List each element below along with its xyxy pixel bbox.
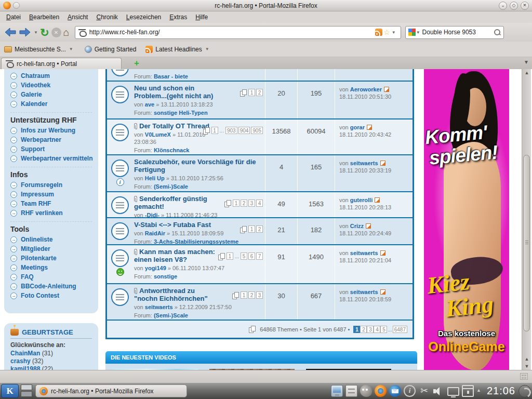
stop-button[interactable]: ✕ [51,28,61,37]
sidebar-link-galerie[interactable]: →Galerie [4,90,98,99]
topic-title-link[interactable]: Der Totally OT Thread [139,122,209,130]
sidebar-link-videothek[interactable]: →Videothek [4,81,98,90]
menu-hilfe[interactable]: Hilfe [191,12,212,22]
lastpost-author-link[interactable]: seitwaerts [350,289,378,295]
google-search-engine-icon[interactable] [408,29,416,36]
scroll-down-arrow[interactable]: ▼ [522,363,531,370]
birthday-user-link[interactable]: kamil1988 [10,365,40,370]
taskbar-window-button[interactable]: rc-heli-fan.org • Portal-Mozilla Firefox [35,384,187,397]
scroll-up-arrow[interactable]: ▲ [522,69,531,76]
sidebar-link-faq[interactable]: →FAQ [4,272,98,282]
page-chip[interactable]: 5 [241,252,247,260]
page-chip[interactable]: 3 [248,200,255,207]
reload-button[interactable]: ↻ [40,27,49,38]
page-chip[interactable]: 903 [225,127,237,134]
page-chip[interactable]: 2 [248,291,255,299]
scissors-icon[interactable] [418,385,430,397]
goto-lastpost-icon[interactable] [375,197,380,203]
birthday-user-link[interactable]: ChainMan [10,350,40,357]
pagination-page-1[interactable]: 1 [353,326,360,333]
ad-banner[interactable]: Komm' spielen! Kiez King Das kostenlose … [424,69,509,370]
gimp-icon[interactable] [360,385,372,397]
author-link[interactable]: Heli Up [145,175,165,181]
sidebar-link-forumsregeln[interactable]: →Forumsregeln [4,180,98,190]
sidebar-link-kalender[interactable]: →Kalender [4,99,98,109]
menu-chronik[interactable]: Chronik [92,12,122,22]
author-link[interactable]: ave [145,101,154,108]
sidebar-link-bbcode-anleitung[interactable]: →BBCode-Anleitung [4,282,98,291]
page-chip[interactable]: 1 [233,200,240,207]
menu-lesezeichen[interactable]: Lesezeichen [122,12,165,22]
search-input[interactable] [422,29,494,36]
sidebar-link-chatraum[interactable]: →Chatraum [4,71,98,81]
pagination-page-6487[interactable]: 6487 [393,326,407,333]
author-link[interactable]: seitwaerts [145,304,173,310]
author-link[interactable]: yogi149 [145,265,166,271]
menu-datei[interactable]: Datei [2,12,25,22]
sidebar-link-meetings[interactable]: →Meetings [4,263,98,272]
topic-title-link[interactable]: Senderkoffer günstig gemacht! [134,195,207,210]
page-chip[interactable]: 3 [256,291,263,299]
forum-link[interactable]: 3-Achs-Stabilisierungssysteme [154,238,238,244]
forum-link[interactable]: sonstige Heli-Typen [154,110,208,116]
vertical-scrollbar[interactable]: ▲ ▲ ▼ [522,69,531,370]
menu-ansicht[interactable]: Ansicht [63,12,92,22]
sidebar-link-pilotenkarte[interactable]: →Pilotenkarte [4,254,98,263]
sidebar-link-rhf-verlinken[interactable]: →RHF verlinken [4,208,98,218]
back-button[interactable] [4,27,17,37]
pagination-page-3[interactable]: 3 [367,326,374,333]
topic-title-link[interactable]: Kann man das machen: einen leisen V8? [134,248,215,263]
bookmark-star-icon[interactable]: ☆ [383,28,390,36]
krfb-icon[interactable] [331,385,343,397]
goto-lastpost-icon[interactable] [366,223,371,229]
desktop-pager[interactable] [21,384,32,398]
menu-bearbeiten[interactable]: Bearbeiten [25,12,63,22]
page-chip[interactable]: 2 [241,200,247,207]
kde-menu-button[interactable]: K [1,384,19,398]
sidebar-link-werbepartner[interactable]: →Werbepartner [4,135,98,144]
sidebar-link-team-rhf[interactable]: →Team RHF [4,199,98,208]
goto-lastpost-icon[interactable] [384,87,389,92]
page-chip[interactable]: 1 [248,89,255,96]
new-tab-button[interactable]: + [134,58,139,69]
goto-lastpost-icon[interactable] [380,161,385,166]
clock[interactable]: 21:06 [487,385,515,397]
sidebar-link-infos-zur-werbung[interactable]: →Infos zur Werbung [4,126,98,135]
panel-cashew-button[interactable] [518,385,531,397]
close-button[interactable]: ✕ [521,2,529,10]
scrollbar-thumb[interactable] [523,155,530,331]
lastpost-author-link[interactable]: seitwaerts [350,160,378,166]
lastpost-author-link[interactable]: guterolli [350,197,373,203]
search-engine-dropdown[interactable]: ▼ [416,30,420,35]
sidebar-link-mitglieder[interactable]: →Mitglieder [4,244,98,254]
page-chip[interactable]: 905 [251,127,263,134]
sidebar-link-onlineliste[interactable]: →Onlineliste [4,235,98,244]
firefox-icon[interactable] [375,385,387,397]
display-icon[interactable] [447,387,459,396]
pagination-page-2[interactable]: 2 [360,326,367,333]
package-icon[interactable] [462,385,474,397]
goto-lastpost-icon[interactable] [380,250,385,256]
author-link[interactable]: -Didi- [145,212,159,217]
rss-feed-icon[interactable] [375,29,382,36]
url-bar[interactable]: ☆ ▼ [75,26,401,39]
tab-list-dropdown[interactable]: ▼ [524,59,529,65]
page-chip[interactable]: 4 [256,200,263,207]
author-link[interactable]: V0LumeX [145,131,171,138]
bookmark-getting-started[interactable]: Getting Started [85,46,137,53]
page-chip[interactable]: 1 [241,291,247,299]
scroll-up-arrow-bottom[interactable]: ▲ [522,355,531,363]
page-chip[interactable]: 1 [227,252,233,260]
resize-grippy-icon[interactable] [520,373,528,380]
pagination-page-4[interactable]: 4 [374,326,380,333]
page-chip[interactable]: 1 [248,225,255,233]
page-chip[interactable]: 2 [256,225,263,233]
page-chip[interactable]: 1 [211,127,218,134]
search-magnifier-icon[interactable] [494,29,501,36]
panel-arrow-icon[interactable] [476,385,483,397]
maximize-button[interactable]: ◇ [510,2,518,10]
search-box[interactable]: ▼ [405,26,504,39]
topic-title-link[interactable]: Antwortthread zu "nochn Eichhörnchen" [134,287,208,302]
sidebar-link-werbepartner-vermitteln[interactable]: →Werbepartner vermitteln [4,154,98,163]
sidebar-link-support[interactable]: →Support [4,144,98,154]
